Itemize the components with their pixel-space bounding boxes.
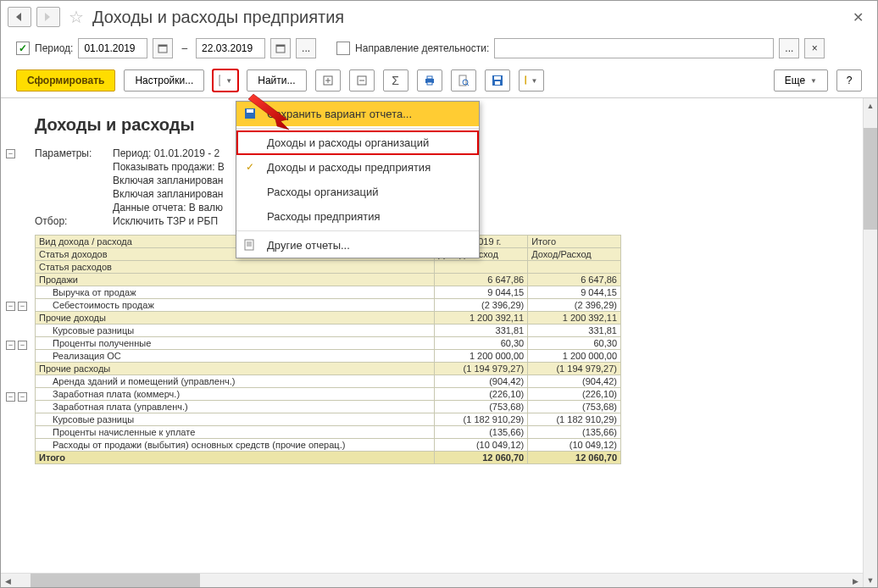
chevron-down-icon: ▼ (225, 77, 232, 85)
row-jan: 6 647,86 (435, 274, 528, 286)
calendar-to-button[interactable] (270, 38, 291, 58)
collapse-icon (356, 75, 368, 86)
menu-other-reports[interactable]: Другие отчеты... (236, 233, 479, 258)
more-button[interactable]: Еще ▼ (774, 69, 828, 92)
period-options-button[interactable]: ... (296, 38, 316, 58)
tree-toggle[interactable]: − (6, 302, 15, 311)
row-total: 6 647,86 (528, 274, 621, 286)
svg-rect-19 (247, 109, 253, 113)
activity-label: Направление деятельности: (355, 42, 489, 54)
print-button[interactable] (417, 69, 442, 92)
table-row[interactable]: Себестоимость продаж(2 396,29)(2 396,29) (36, 299, 621, 312)
menu-org-label: Доходы и расходы организаций (267, 136, 429, 149)
save-button[interactable] (485, 69, 510, 92)
table-row[interactable]: Прочие доходы1 200 392,111 200 392,11 (36, 312, 621, 325)
tree-toggle[interactable]: − (18, 341, 27, 350)
activity-options-button[interactable]: ... (779, 38, 799, 58)
total-label: Итого (36, 452, 435, 464)
row-name: Реализация ОС (36, 350, 435, 363)
vertical-scrollbar[interactable]: ▲ ▼ (863, 98, 877, 587)
table-row[interactable]: Реализация ОС1 200 000,001 200 000,00 (36, 350, 621, 363)
row-name: Аренда зданий и помещений (управленч.) (36, 375, 435, 388)
row-name: Заработная плата (коммерч.) (36, 388, 435, 401)
row-name: Проценты начисленные к уплате (36, 426, 435, 439)
table-row[interactable]: Заработная плата (управленч.)(753,68)(75… (36, 401, 621, 413)
table-row[interactable]: Заработная плата (коммерч.)(226,10)(226,… (36, 388, 621, 401)
table-row[interactable]: Продажи6 647,866 647,86 (36, 274, 621, 286)
menu-expenses-org-label: Расходы организаций (267, 186, 379, 198)
row-total: 60,30 (528, 337, 621, 350)
otbor-label: Отбор: (35, 214, 103, 228)
tree-toggle[interactable]: − (6, 341, 15, 350)
total-jan: 12 060,70 (435, 452, 528, 464)
forward-button[interactable] (36, 7, 60, 27)
activity-input[interactable] (494, 38, 774, 58)
table-row[interactable]: Проценты начисленные к уплате(135,66)(13… (36, 426, 621, 439)
print-icon (424, 75, 436, 86)
table-row[interactable]: Аренда зданий и помещений (управленч.)(9… (36, 375, 621, 388)
generate-button[interactable]: Сформировать (16, 69, 115, 92)
menu-expenses-company-label: Расходы предприятия (267, 210, 380, 223)
table-row[interactable]: Курсовые разницы331,81331,81 (36, 325, 621, 337)
date-to-input[interactable] (196, 38, 265, 58)
preview-button[interactable] (451, 69, 476, 92)
row-total: 9 044,15 (528, 286, 621, 299)
tree-toggle[interactable]: − (18, 392, 27, 402)
table-row[interactable]: Проценты полученные60,3060,30 (36, 337, 621, 350)
settings-button[interactable]: Настройки... (124, 69, 204, 92)
row-jan: (135,66) (435, 426, 528, 439)
row-name: Продажи (36, 274, 435, 286)
svg-rect-10 (427, 76, 432, 79)
svg-rect-4 (220, 75, 220, 86)
activity-checkbox[interactable] (336, 42, 350, 55)
svg-rect-12 (459, 75, 466, 86)
table-row[interactable]: Выручка от продаж9 044,159 044,15 (36, 286, 621, 299)
report-variant-icon (219, 75, 220, 86)
chevron-down-icon: ▼ (531, 77, 538, 85)
row-jan: 60,30 (435, 337, 528, 350)
menu-income-expense-org[interactable]: Доходы и расходы организаций (236, 130, 479, 155)
save-icon (243, 107, 257, 120)
collapse-button[interactable] (349, 69, 375, 92)
row-name: Себестоимость продаж (36, 299, 435, 312)
arrow-left-icon (14, 13, 25, 21)
help-button[interactable]: ? (836, 69, 862, 92)
check-icon: ✓ (243, 160, 257, 174)
activity-clear-button[interactable]: × (804, 38, 825, 58)
svg-rect-15 (494, 76, 501, 80)
row-name: Расходы от продажи (выбытия) основных ср… (36, 439, 435, 452)
calendar-icon (275, 43, 286, 53)
report-variant-dropdown[interactable]: ▼ (213, 69, 238, 92)
table-row[interactable]: Расходы от продажи (выбытия) основных ср… (36, 439, 621, 452)
table-row[interactable]: Курсовые разницы(1 182 910,29)(1 182 910… (36, 413, 621, 426)
more-label: Еще (785, 75, 805, 86)
menu-expenses-org[interactable]: Расходы организаций (236, 180, 479, 204)
svg-rect-16 (495, 81, 500, 85)
calendar-from-button[interactable] (153, 38, 173, 58)
date-from-input[interactable] (78, 38, 147, 58)
email-button[interactable]: ▼ (519, 69, 544, 92)
menu-expenses-company[interactable]: Расходы предприятия (236, 204, 479, 229)
window-title: Доходы и расходы предприятия (92, 8, 841, 27)
col-total: Итого (528, 236, 621, 248)
row-jan: (904,42) (435, 375, 528, 388)
back-button[interactable] (8, 7, 31, 27)
tree-toggle[interactable]: − (18, 302, 27, 311)
tree-toggle[interactable]: − (6, 149, 15, 158)
sum-button[interactable]: Σ (383, 69, 408, 92)
tree-toggle[interactable]: − (6, 392, 15, 402)
svg-rect-3 (276, 45, 285, 47)
svg-rect-20 (245, 240, 253, 250)
find-button[interactable]: Найти... (247, 69, 306, 92)
star-icon[interactable]: ☆ (69, 7, 84, 27)
horizontal-scrollbar[interactable]: ◀ ▶ (1, 573, 863, 587)
close-button[interactable]: ✕ (846, 6, 870, 29)
period-checkbox[interactable] (16, 42, 30, 55)
expand-button[interactable] (315, 69, 341, 92)
save-icon (492, 75, 503, 86)
preview-icon (458, 75, 470, 86)
menu-save-variant[interactable]: Сохранить вариант отчета... (236, 102, 479, 126)
table-row[interactable]: Прочие расходы(1 194 979,27)(1 194 979,2… (36, 363, 621, 375)
menu-income-expense-company[interactable]: ✓ Доходы и расходы предприятия (236, 155, 479, 180)
row-jan: 1 200 000,00 (435, 350, 528, 363)
